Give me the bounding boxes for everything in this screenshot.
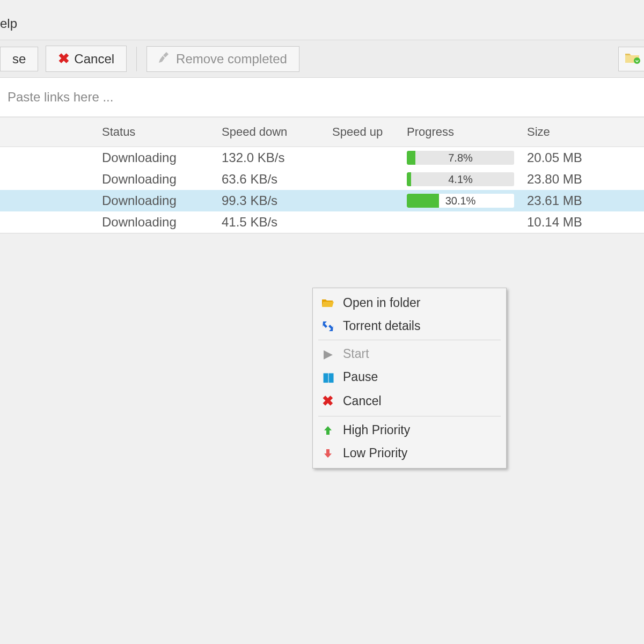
cell-size: 20.05 MB	[527, 150, 634, 165]
table-row[interactable]: Downloading132.0 KB/s7.8%20.05 MB	[0, 147, 644, 169]
menu-help[interactable]: elp	[0, 16, 17, 31]
folder-open-icon	[320, 298, 335, 308]
col-progress[interactable]: Progress	[407, 118, 527, 147]
cell-speed-down: 132.0 KB/s	[222, 150, 332, 165]
cell-progress: 7.8%	[407, 151, 527, 165]
col-speed-up[interactable]: Speed up	[332, 118, 407, 147]
col-status[interactable]: Status	[102, 118, 222, 147]
arrow-down-icon	[320, 448, 335, 459]
play-icon: ▶	[320, 347, 335, 361]
cell-speed-down: 99.3 KB/s	[222, 193, 332, 208]
cell-progress: 30.1%	[407, 194, 527, 208]
arrow-up-icon	[320, 425, 335, 436]
menu-high-priority[interactable]: High Priority	[315, 419, 504, 442]
progress-bar: 7.8%	[407, 151, 514, 165]
menubar: elp	[0, 0, 644, 40]
cancel-button[interactable]: ✖ Cancel	[46, 46, 127, 72]
cancel-icon: ✖	[320, 393, 335, 409]
menu-torrent-details[interactable]: Torrent details	[315, 314, 504, 338]
open-folder-button[interactable]	[618, 47, 644, 71]
cell-speed-down: 41.5 KB/s	[222, 215, 332, 230]
toolbar: se ✖ Cancel Remove completed	[0, 40, 644, 78]
expand-icon	[320, 321, 335, 332]
svg-point-0	[634, 57, 640, 64]
pause-button[interactable]: se	[0, 47, 38, 71]
progress-bar: 30.1%	[407, 194, 514, 208]
table-row[interactable]: Downloading41.5 KB/s10.14 MB	[0, 211, 644, 233]
menu-low-priority[interactable]: Low Priority	[315, 442, 504, 465]
menu-open-in-folder[interactable]: Open in folder	[315, 291, 504, 314]
cell-speed-down: 63.6 KB/s	[222, 172, 332, 187]
folder-download-icon	[624, 50, 640, 68]
col-speed-down[interactable]: Speed down	[222, 118, 332, 147]
menu-pause[interactable]: ▮▮ Pause	[315, 365, 504, 389]
toolbar-separator	[136, 47, 137, 71]
table-row[interactable]: Downloading99.3 KB/s30.1%23.61 MB	[0, 190, 644, 211]
remove-completed-button[interactable]: Remove completed	[147, 46, 299, 72]
cell-progress: 4.1%	[407, 172, 527, 186]
cancel-icon: ✖	[58, 50, 70, 67]
downloads-table: Status Speed down Speed up Progress Size…	[0, 117, 644, 233]
paste-links-input[interactable]: Paste links here ...	[0, 78, 644, 117]
table-header: Status Speed down Speed up Progress Size	[0, 117, 644, 147]
progress-bar: 4.1%	[407, 172, 514, 186]
cell-status: Downloading	[102, 150, 222, 165]
col-size[interactable]: Size	[527, 118, 634, 147]
context-menu: Open in folder Torrent details ▶ Start ▮…	[312, 288, 507, 469]
pause-icon: ▮▮	[320, 370, 335, 384]
cell-status: Downloading	[102, 215, 222, 230]
menu-separator	[318, 340, 501, 340]
menu-separator	[318, 416, 501, 416]
cell-status: Downloading	[102, 172, 222, 187]
cell-status: Downloading	[102, 193, 222, 208]
menu-cancel[interactable]: ✖ Cancel	[315, 389, 504, 414]
menu-start: ▶ Start	[315, 342, 504, 365]
cell-size: 23.61 MB	[527, 193, 634, 208]
cell-size: 23.80 MB	[527, 172, 634, 187]
table-row[interactable]: Downloading63.6 KB/s4.1%23.80 MB	[0, 169, 644, 190]
cell-size: 10.14 MB	[527, 215, 634, 230]
broom-icon	[159, 51, 172, 67]
